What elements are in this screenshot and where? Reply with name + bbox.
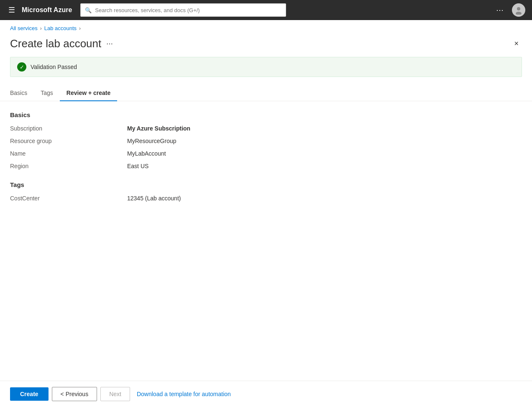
field-value-subscription: My Azure Subscription [127,125,190,132]
tab-basics[interactable]: Basics [10,85,34,101]
tab-tags[interactable]: Tags [34,85,60,101]
field-label-name: Name [10,150,127,157]
tabs: Basics Tags Review + create [0,85,532,101]
page-header: Create lab account ⋯ × [0,34,532,57]
field-label-subscription: Subscription [10,125,127,132]
page-header-left: Create lab account ⋯ [10,37,113,50]
field-name: Name MyLabAccount [10,150,522,157]
field-subscription: Subscription My Azure Subscription [10,125,522,132]
topbar-more-icon[interactable]: ⋯ [493,4,507,16]
azure-logo: Microsoft Azure [22,6,72,14]
field-label-costcenter: CostCenter [10,195,127,202]
field-value-costcenter: 12345 (Lab account) [127,195,181,202]
search-icon: 🔍 [85,7,92,13]
topbar: ☰ Microsoft Azure 🔍 ⋯ [0,0,532,20]
content-area: Basics Subscription My Azure Subscriptio… [0,111,532,202]
field-value-region: East US [127,163,148,169]
user-avatar[interactable] [512,3,525,17]
field-resource-group: Resource group MyResourceGroup [10,138,522,144]
hamburger-icon[interactable]: ☰ [7,4,17,16]
tags-section: Tags CostCenter 12345 (Lab account) [10,181,522,202]
tab-review-create[interactable]: Review + create [60,85,117,101]
field-value-resource-group: MyResourceGroup [127,138,176,144]
tags-section-title: Tags [10,181,522,188]
breadcrumb-all-services[interactable]: All services [10,25,38,31]
field-value-name: MyLabAccount [127,150,166,157]
close-button[interactable]: × [511,38,522,50]
breadcrumb-sep-1: › [40,26,42,31]
field-region: Region East US [10,163,522,169]
field-label-resource-group: Resource group [10,138,127,144]
basics-section: Basics Subscription My Azure Subscriptio… [10,111,522,169]
search-input[interactable] [95,7,281,13]
breadcrumb: All services › Lab accounts › [0,20,532,34]
page-header-more-icon[interactable]: ⋯ [106,40,113,48]
validation-text: Validation Passed [31,64,77,70]
search-box[interactable]: 🔍 [80,3,286,17]
svg-point-1 [516,12,522,15]
breadcrumb-lab-accounts[interactable]: Lab accounts [44,25,77,31]
svg-point-0 [517,7,520,10]
page-title: Create lab account [10,37,101,50]
breadcrumb-sep-2: › [79,26,81,31]
validation-checkmark-icon: ✓ [17,62,26,72]
field-costcenter: CostCenter 12345 (Lab account) [10,195,522,202]
basics-section-title: Basics [10,111,522,118]
field-label-region: Region [10,163,127,169]
validation-banner: ✓ Validation Passed [10,57,522,77]
